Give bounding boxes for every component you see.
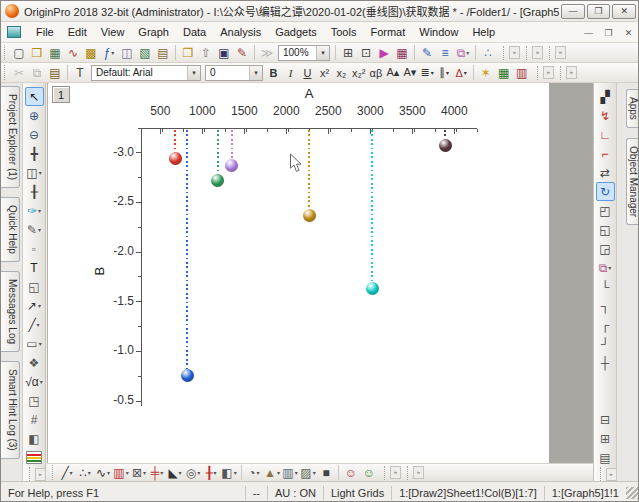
zoom-in-tool-icon[interactable]: ⊕: [25, 106, 44, 125]
supersubscript-button[interactable]: x₂²: [350, 64, 367, 82]
subscript-button[interactable]: x₂: [333, 64, 350, 82]
area-plot-icon[interactable]: ◣▾: [166, 464, 184, 482]
toolbar-overflow-button[interactable]: »: [532, 46, 543, 59]
menu-edit[interactable]: Edit: [61, 24, 94, 40]
save-project-icon[interactable]: ▣: [215, 44, 233, 62]
line-plot-icon[interactable]: ╱▾: [58, 464, 76, 482]
restore-button[interactable]: ❐: [587, 4, 611, 19]
minimize-button[interactable]: —: [561, 4, 585, 19]
draw-data-tool-icon[interactable]: ✑▾: [25, 201, 44, 220]
save-template-icon[interactable]: ✎: [233, 44, 251, 62]
child-minimize-button[interactable]: —: [580, 26, 597, 39]
resize-grip[interactable]: [626, 487, 638, 499]
bar-3d-icon[interactable]: ▥▾: [281, 464, 299, 482]
chevron-down-icon[interactable]: ▾: [187, 66, 200, 80]
spacing-button[interactable]: ∥▾: [436, 64, 453, 82]
set-values-icon[interactable]: ✶: [477, 64, 495, 82]
equation-tool-icon[interactable]: √α▾: [25, 372, 44, 391]
pointer-tool-icon[interactable]: ↖: [25, 87, 44, 106]
menu-help[interactable]: Help: [465, 24, 502, 40]
new-workbook-icon[interactable]: ▦: [46, 44, 64, 62]
greek-button[interactable]: αβ: [367, 64, 384, 82]
tab-smart-hint-log[interactable]: Smart Hint Log (3): [1, 361, 20, 459]
layer-grid-a-icon[interactable]: ◱: [596, 220, 615, 239]
pan-tool-icon[interactable]: ❖: [25, 353, 44, 372]
plot-3d-icon[interactable]: ◧▾: [220, 464, 238, 482]
new-inset-icon[interactable]: ┼: [596, 353, 615, 372]
toolbar-overflow-button[interactable]: »: [413, 466, 424, 479]
data-point[interactable]: [366, 282, 379, 295]
menu-gadgets[interactable]: Gadgets: [268, 24, 324, 40]
surface-3d-icon[interactable]: ▲▾: [263, 464, 281, 482]
extract-to-graphs-icon[interactable]: ⊟: [596, 410, 615, 429]
stock-plot-icon[interactable]: ╂▾: [202, 464, 220, 482]
slide-show-icon[interactable]: ▶: [375, 44, 393, 62]
image-plot-icon[interactable]: ■: [317, 464, 335, 482]
column-plot-icon[interactable]: ▥▾: [112, 464, 130, 482]
open-file-icon[interactable]: ❐: [179, 44, 197, 62]
toolbar-overflow-button[interactable]: »: [390, 466, 401, 479]
line-symbol-plot-icon[interactable]: ∿▾: [94, 464, 112, 482]
new-layer-tr-icon[interactable]: ┐: [596, 296, 615, 315]
data-reader-tool-icon[interactable]: ╂: [25, 182, 44, 201]
merge-layers-icon[interactable]: ▤: [596, 448, 615, 467]
decrease-font-button[interactable]: A▾: [401, 64, 418, 82]
child-window-icon[interactable]: [7, 26, 21, 38]
polar-plot-icon[interactable]: ◎▾: [184, 464, 202, 482]
data-point[interactable]: [225, 159, 238, 172]
new-layer-br-icon[interactable]: ┘: [596, 334, 615, 353]
menu-graph[interactable]: Graph: [131, 24, 176, 40]
menu-analysis[interactable]: Analysis: [213, 24, 268, 40]
new-function-icon[interactable]: ƒ▾: [100, 44, 118, 62]
toolbar-overflow-button[interactable]: »: [566, 66, 577, 79]
update-columns-icon[interactable]: ▦: [495, 64, 513, 82]
alignment-button[interactable]: ≣▾: [418, 64, 435, 82]
menu-format[interactable]: Format: [363, 24, 412, 40]
superscript-button[interactable]: x²: [316, 64, 333, 82]
graph-object-tool-icon[interactable]: ◳: [25, 391, 44, 410]
linear-scale-icon[interactable]: ∟: [596, 125, 615, 144]
zoom-out-tool-icon[interactable]: ⊖: [25, 125, 44, 144]
menu-tools[interactable]: Tools: [324, 24, 364, 40]
tab-project-explorer[interactable]: Project Explorer (1): [1, 86, 20, 188]
font-size-combobox[interactable]: 0 ▾: [205, 65, 263, 81]
toolbar-overflow-button[interactable]: »: [35, 468, 46, 481]
layer-palette-icon[interactable]: [25, 448, 44, 467]
new-matrix-icon[interactable]: ▩: [82, 44, 100, 62]
print-preview-icon[interactable]: ⊡: [357, 44, 375, 62]
exchange-xy-icon[interactable]: ⇄: [596, 163, 615, 182]
merge-graphs-icon[interactable]: ⧉▾: [596, 258, 615, 277]
toolbar-overflow-button[interactable]: »: [555, 46, 566, 59]
worksheet-object-tool-icon[interactable]: #: [25, 410, 44, 429]
tab-messages-log[interactable]: Messages Log: [1, 271, 20, 352]
new-layout-icon[interactable]: ◫: [118, 44, 136, 62]
new-project-icon[interactable]: ▢: [10, 44, 28, 62]
copy-icon[interactable]: ⧉: [28, 64, 46, 82]
duplicate-window-icon[interactable]: ⧉▾: [454, 44, 472, 62]
fit-layer-icon[interactable]: ◰: [596, 201, 615, 220]
menu-file[interactable]: File: [29, 24, 61, 40]
toolbar-overflow-button[interactable]: »: [543, 66, 554, 79]
toolbar-overflow-button[interactable]: »: [509, 46, 520, 59]
data-point[interactable]: [181, 369, 194, 382]
log-scale-icon[interactable]: ↯: [596, 106, 615, 125]
data-point[interactable]: [439, 139, 452, 152]
box-plot-icon[interactable]: ╪▾: [148, 464, 166, 482]
cut-icon[interactable]: ✂: [10, 64, 28, 82]
chevron-down-icon[interactable]: ▾: [316, 46, 329, 60]
axis-scale-icon[interactable]: ⌐: [596, 144, 615, 163]
font-combobox[interactable]: Default: Arial ▾: [91, 65, 201, 81]
layer-grid-b-icon[interactable]: ◲: [596, 239, 615, 258]
rescale-icon[interactable]: ↻: [596, 182, 615, 201]
new-graph-icon[interactable]: ∿: [64, 44, 82, 62]
new-notes-icon[interactable]: ▤: [154, 44, 172, 62]
contour-icon[interactable]: ▨▾: [299, 464, 317, 482]
font-color-button[interactable]: Δ▾: [453, 64, 470, 82]
zoom-combobox[interactable]: 100% ▾: [278, 45, 330, 61]
increase-font-button[interactable]: A▴: [384, 64, 401, 82]
new-layer-bl-icon[interactable]: └: [596, 277, 615, 296]
open-icon[interactable]: ❒: [28, 44, 46, 62]
new-layer-tl-icon[interactable]: ┌: [596, 315, 615, 334]
underline-button[interactable]: U: [299, 64, 316, 82]
data-point[interactable]: [211, 174, 224, 187]
